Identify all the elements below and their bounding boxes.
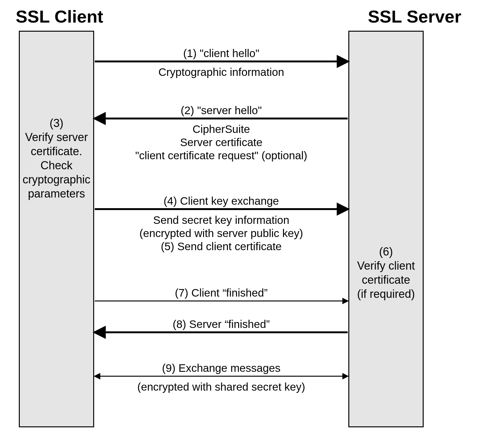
msg-5: (5) Send client certificate xyxy=(94,240,348,253)
msg-1-bot: Cryptographic information xyxy=(94,65,348,79)
msg-2-b2: Server certificate xyxy=(94,135,348,149)
msg-4-b2: (encrypted with server public key) xyxy=(94,226,348,240)
msg-2-b3: "client certificate request" (optional) xyxy=(94,149,348,162)
msg-8: (8) Server “finished” xyxy=(94,317,348,331)
msg-2-b1: CipherSuite xyxy=(94,122,348,136)
msg-2-top: (2) "server hello" xyxy=(94,103,348,117)
msg-1-top: (1) "client hello" xyxy=(94,46,348,60)
msg-4-b1: Send secret key information xyxy=(94,213,348,227)
msg-4-top: (4) Client key exchange xyxy=(94,194,348,208)
ssl-handshake-diagram: SSL Client SSL Server (3) Verify server … xyxy=(0,0,477,448)
msg-7: (7) Client “finished” xyxy=(94,286,348,300)
msg-9-bot: (encrypted with shared secret key) xyxy=(94,380,348,394)
msg-9-top: (9) Exchange messages xyxy=(94,361,348,375)
